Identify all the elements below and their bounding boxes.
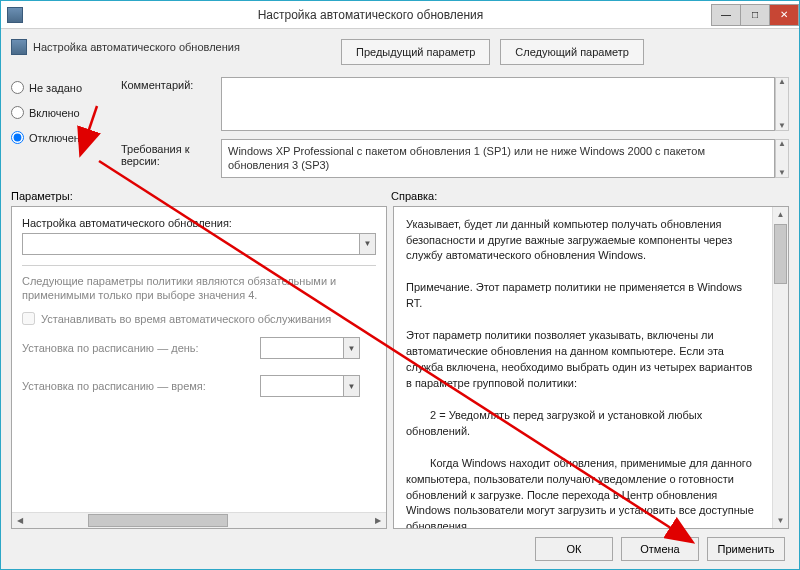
dialog-window: Настройка автоматического обновления — □… [0,0,800,570]
window-controls: — □ ✕ [712,4,799,26]
section-labels: Параметры: Справка: [11,190,789,202]
nav-buttons: Предыдущий параметр Следующий параметр [341,39,644,65]
scroll-up-icon: ▲ [778,78,786,86]
options-note: Следующие параметры политики являются об… [22,274,376,303]
radio-not-configured-input[interactable] [11,81,24,94]
help-panel: Указывает, будет ли данный компьютер пол… [393,206,789,529]
schedule-day-row: Установка по расписанию — день: ▼ [22,337,376,359]
maximize-button[interactable]: □ [740,4,770,26]
dropdown-icon: ▼ [343,338,359,358]
state-radio-group: Не задано Включено Отключено [11,77,121,178]
scroll-down-icon: ▼ [778,122,786,130]
close-button[interactable]: ✕ [769,4,799,26]
ok-button[interactable]: ОК [535,537,613,561]
config-label: Настройка автоматического обновления: [22,217,376,229]
radio-disabled-input[interactable] [11,131,24,144]
radio-enabled-label: Включено [29,107,80,119]
radio-not-configured-label: Не задано [29,82,82,94]
scroll-thumb[interactable] [774,224,787,284]
scroll-down-icon: ▼ [778,169,786,177]
header-row: Настройка автоматического обновления Пре… [11,39,789,65]
help-p3: Этот параметр политики позволяет указыва… [406,328,760,392]
comment-label: Комментарий: [121,77,221,131]
maintenance-checkbox[interactable]: Устанавливать во время автоматического о… [22,312,376,325]
help-p5: Когда Windows находит обновления, примен… [406,456,760,528]
titlebar[interactable]: Настройка автоматического обновления — □… [1,1,799,29]
help-p4: 2 = Уведомлять перед загрузкой и установ… [406,408,760,440]
dialog-footer: ОК Отмена Применить [11,529,789,561]
schedule-day-combobox[interactable]: ▼ [260,337,360,359]
apply-button[interactable]: Применить [707,537,785,561]
scroll-down-icon: ▼ [773,512,788,528]
scroll-up-icon: ▲ [778,140,786,148]
config-combobox[interactable]: ▼ [22,233,376,255]
scroll-track[interactable] [773,285,788,512]
app-icon [1,7,29,23]
help-p1: Указывает, будет ли данный компьютер пол… [406,217,760,265]
dialog-body: Настройка автоматического обновления Пре… [1,29,799,569]
comment-textarea[interactable] [221,77,775,131]
radio-disabled[interactable]: Отключено [11,131,121,144]
scroll-thumb[interactable] [88,514,228,527]
schedule-time-row: Установка по расписанию — время: ▼ [22,375,376,397]
prev-setting-button[interactable]: Предыдущий параметр [341,39,490,65]
comment-scrollbar[interactable]: ▲ ▼ [775,77,789,131]
requirements-label: Требования к версии: [121,139,221,178]
top-grid: Не задано Включено Отключено Комментарий… [11,77,789,178]
cancel-button[interactable]: Отмена [621,537,699,561]
dropdown-icon: ▼ [343,376,359,396]
scroll-left-icon: ◀ [12,513,28,528]
radio-not-configured[interactable]: Не задано [11,81,121,94]
radio-enabled-input[interactable] [11,106,24,119]
scroll-right-icon: ▶ [370,513,386,528]
panels: Настройка автоматического обновления: ▼ … [11,206,789,529]
maintenance-checkbox-label: Устанавливать во время автоматического о… [41,313,331,325]
help-vertical-scrollbar[interactable]: ▲ ▼ [772,207,788,528]
policy-icon [11,39,27,55]
divider [22,265,376,266]
params-label: Параметры: [11,190,391,202]
help-text: Указывает, будет ли данный компьютер пол… [394,207,772,528]
schedule-time-combobox[interactable]: ▼ [260,375,360,397]
window-title: Настройка автоматического обновления [29,8,712,22]
schedule-time-label: Установка по расписанию — время: [22,380,252,392]
scroll-track[interactable] [28,513,370,528]
help-label: Справка: [391,190,789,202]
header-label: Настройка автоматического обновления [11,39,341,55]
requirements-scrollbar[interactable]: ▲ ▼ [775,139,789,178]
dropdown-icon: ▼ [359,234,375,254]
radio-disabled-label: Отключено [29,132,86,144]
subtitle: Настройка автоматического обновления [33,41,240,53]
schedule-day-label: Установка по расписанию — день: [22,342,252,354]
options-horizontal-scrollbar[interactable]: ◀ ▶ [12,512,386,528]
maintenance-checkbox-input[interactable] [22,312,35,325]
next-setting-button[interactable]: Следующий параметр [500,39,644,65]
scroll-up-icon: ▲ [773,207,788,223]
radio-enabled[interactable]: Включено [11,106,121,119]
minimize-button[interactable]: — [711,4,741,26]
options-panel: Настройка автоматического обновления: ▼ … [11,206,387,529]
help-p2: Примечание. Этот параметр политики не пр… [406,280,760,312]
requirements-text: Windows XP Professional с пакетом обновл… [221,139,775,178]
